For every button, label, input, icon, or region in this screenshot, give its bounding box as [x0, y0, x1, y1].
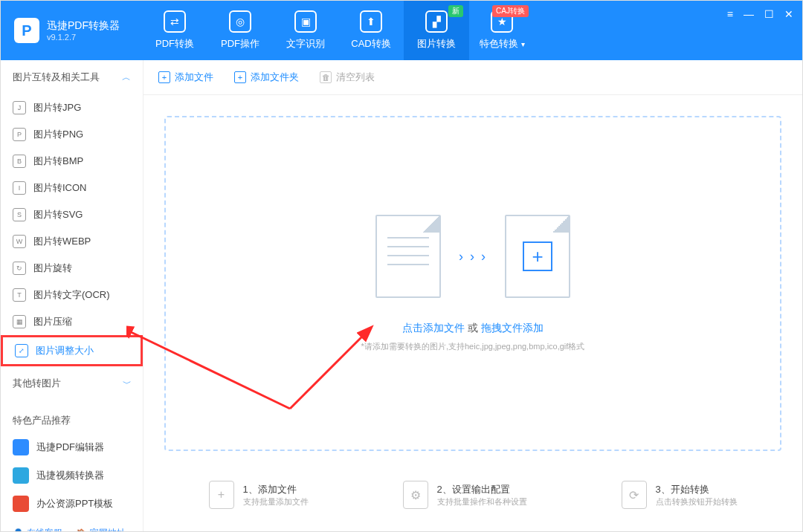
- app-logo-icon: P: [14, 18, 39, 43]
- close-button[interactable]: ✕: [784, 8, 793, 20]
- ocr-icon: T: [13, 288, 26, 302]
- chevron-down-icon: ▾: [521, 40, 525, 48]
- sidebar-item-ocr[interactable]: T图片转文字(OCR): [1, 282, 143, 308]
- new-badge: 新: [448, 5, 463, 17]
- add-file-button[interactable]: +添加文件: [158, 71, 213, 84]
- add-file-illustration-icon: +: [505, 215, 570, 298]
- add-folder-button[interactable]: +添加文件夹: [234, 71, 299, 84]
- promo-pdf-icon: [13, 439, 29, 455]
- step-1: + 1、添加文件支持批量添加文件: [209, 481, 309, 509]
- tab-cad[interactable]: ⬆CAD转换: [338, 1, 404, 60]
- tab-special[interactable]: CAJ转换★特色转换▾: [469, 1, 535, 60]
- file-illustration-icon: [375, 215, 441, 298]
- promo-heading: 特色产品推荐: [1, 400, 143, 433]
- webp-icon: W: [13, 235, 26, 248]
- promo-video-icon: [13, 467, 29, 484]
- target-icon: ◎: [229, 10, 251, 33]
- promo-ppt-templates[interactable]: 办公资源PPT模板: [1, 490, 143, 518]
- tab-ocr[interactable]: ▣文字识别: [273, 1, 338, 60]
- resize-icon: ⤢: [15, 344, 28, 357]
- dropzone-hint: *请添加需要转换的图片,支持heic,jpg,jpeg,png,bmp,ico,…: [361, 341, 585, 352]
- click-add-file-link[interactable]: 点击添加文件: [402, 322, 465, 334]
- dropzone-text: 点击添加文件 或 拖拽文件添加: [402, 322, 544, 335]
- sidebar-item-resize[interactable]: ⤢图片调整大小: [1, 335, 143, 366]
- customer-service-link[interactable]: 👤 在线客服: [13, 527, 62, 531]
- image-icon: ▞: [425, 10, 448, 33]
- sidebar-item-compress[interactable]: ▦图片压缩: [1, 308, 143, 335]
- rotate-icon: ↻: [13, 262, 26, 275]
- clear-list-button[interactable]: 🗑清空列表: [320, 71, 375, 84]
- sidebar: 图片互转及相关工具 ︿ J图片转JPG P图片转PNG B图片转BMP I图片转…: [1, 60, 143, 531]
- steps-bar: + 1、添加文件支持批量添加文件 ⚙ 2、设置输出配置支持批量操作和各种设置 ⟳…: [143, 472, 802, 531]
- sidebar-group-other[interactable]: 其他转图片 ︿: [1, 366, 143, 400]
- text-icon: ▣: [294, 10, 317, 33]
- step-start-icon: ⟳: [622, 481, 647, 509]
- ico-icon: I: [13, 181, 26, 195]
- step-settings-icon: ⚙: [403, 481, 428, 509]
- chevron-down-icon: ︿: [122, 377, 131, 390]
- top-nav: ⇄PDF转换 ◎PDF操作 ▣文字识别 ⬆CAD转换 新▞图片转换 CAJ转换★…: [142, 1, 802, 60]
- plus-file-icon: +: [158, 71, 170, 83]
- drag-add-file-text: 拖拽文件添加: [481, 322, 544, 334]
- promo-pdf-editor[interactable]: 迅捷PDF编辑器: [1, 433, 143, 461]
- promo-ppt-icon: [13, 496, 29, 512]
- png-icon: P: [13, 128, 26, 141]
- minimize-button[interactable]: —: [744, 8, 754, 20]
- header: P 迅捷PDF转换器 v9.1.2.7 ⇄PDF转换 ◎PDF操作 ▣文字识别 …: [1, 1, 802, 60]
- sidebar-item-webp[interactable]: W图片转WEBP: [1, 228, 143, 255]
- toolbar: +添加文件 +添加文件夹 🗑清空列表: [143, 60, 802, 95]
- main-panel: +添加文件 +添加文件夹 🗑清空列表 › › › + 点击添加文件 或 拖拽文件…: [143, 60, 802, 531]
- caj-badge: CAJ转换: [492, 5, 529, 17]
- menu-button[interactable]: ≡: [727, 8, 733, 20]
- plus-folder-icon: +: [234, 71, 246, 83]
- plus-icon: +: [523, 241, 552, 271]
- sidebar-item-svg[interactable]: S图片转SVG: [1, 201, 143, 228]
- dropzone[interactable]: › › › + 点击添加文件 或 拖拽文件添加 *请添加需要转换的图片,支持he…: [164, 116, 781, 451]
- maximize-button[interactable]: ☐: [764, 8, 774, 20]
- step-3: ⟳ 3、开始转换点击转换按钮开始转换: [622, 481, 738, 509]
- sidebar-item-rotate[interactable]: ↻图片旋转: [1, 255, 143, 282]
- swap-icon: ⇄: [164, 10, 186, 33]
- official-site-link[interactable]: 🏠 官网地址: [76, 527, 126, 531]
- window-controls: ≡ — ☐ ✕: [727, 8, 793, 20]
- sidebar-group-image-tools[interactable]: 图片互转及相关工具 ︿: [1, 60, 143, 94]
- bmp-icon: B: [13, 155, 26, 168]
- sidebar-item-bmp[interactable]: B图片转BMP: [1, 148, 143, 175]
- up-icon: ⬆: [360, 10, 382, 33]
- app-title: 迅捷PDF转换器: [47, 19, 120, 33]
- step-2: ⚙ 2、设置输出配置支持批量操作和各种设置: [403, 481, 527, 509]
- sidebar-item-jpg[interactable]: J图片转JPG: [1, 94, 143, 121]
- trash-icon: 🗑: [320, 71, 332, 83]
- app-version: v9.1.2.7: [47, 33, 120, 42]
- tab-image-convert[interactable]: 新▞图片转换: [404, 1, 469, 60]
- promo-video-converter[interactable]: 迅捷视频转换器: [1, 461, 143, 490]
- chevron-up-icon: ︿: [122, 71, 131, 84]
- arrows-icon: › › ›: [459, 249, 487, 265]
- sidebar-item-icon[interactable]: I图片转ICON: [1, 175, 143, 201]
- brand: P 迅捷PDF转换器 v9.1.2.7: [1, 18, 142, 43]
- tab-pdf-ops[interactable]: ◎PDF操作: [207, 1, 273, 60]
- sidebar-item-png[interactable]: P图片转PNG: [1, 121, 143, 148]
- svg-icon: S: [13, 208, 26, 221]
- jpg-icon: J: [13, 101, 26, 114]
- compress-icon: ▦: [13, 315, 26, 328]
- tab-pdf-convert[interactable]: ⇄PDF转换: [142, 1, 207, 60]
- step-add-icon: +: [209, 481, 234, 509]
